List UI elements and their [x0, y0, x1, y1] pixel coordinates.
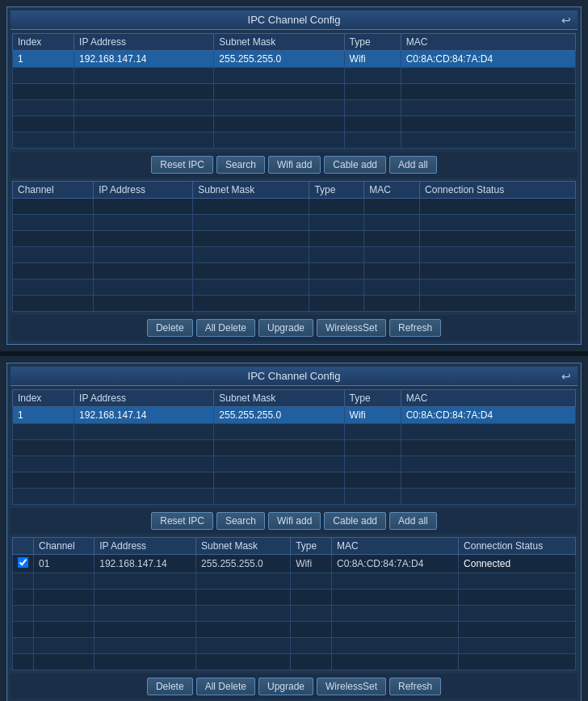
table-row[interactable]	[13, 456, 576, 472]
table-row	[13, 215, 576, 231]
wireless-set-button-1[interactable]: WirelessSet	[317, 319, 386, 337]
table-row[interactable]: 1 192.168.147.14 255.255.255.0 Wifi C0:8…	[13, 407, 576, 424]
cell-type	[309, 247, 364, 263]
cell-subnet	[214, 68, 344, 84]
wifi-add-button-2[interactable]: Wifi add	[268, 512, 321, 530]
cell-mac	[401, 440, 575, 456]
table-row	[13, 279, 576, 296]
cell-status	[420, 279, 576, 296]
table-row[interactable]	[13, 84, 576, 100]
cell-status	[459, 573, 576, 590]
table-row[interactable]: 1 192.168.147.14 255.255.255.0 Wifi C0:8…	[13, 51, 576, 68]
cell-ip	[94, 606, 196, 622]
reset-ipc-button-2[interactable]: Reset IPC	[151, 512, 213, 530]
panel-divider	[0, 351, 588, 356]
cell-subnet	[193, 199, 309, 215]
cell-type	[309, 199, 364, 215]
panel-1-col-subnet: Subnet Mask	[214, 34, 344, 51]
cell-ip	[94, 638, 196, 654]
table-row[interactable]: 01 192.168.147.14 255.255.255.0 Wifi C0:…	[13, 555, 576, 573]
table-row[interactable]	[13, 68, 576, 84]
cell-mac	[332, 590, 459, 606]
cell-type	[309, 263, 364, 279]
table-row	[13, 199, 576, 215]
cell-ip	[94, 296, 193, 312]
table-row[interactable]	[13, 472, 576, 489]
cell-ip	[94, 654, 196, 670]
refresh-button-2[interactable]: Refresh	[389, 678, 441, 695]
cell-type	[344, 456, 401, 472]
cell-ip	[94, 247, 193, 263]
panel-1-back-icon[interactable]: ↩	[561, 14, 571, 27]
all-delete-button-1[interactable]: All Delete	[196, 319, 255, 337]
cell-type: Wifi	[344, 407, 401, 424]
cell-ip	[74, 472, 214, 489]
search-button-2[interactable]: Search	[216, 512, 265, 530]
panel-1-title-text: IPC Channel Config	[248, 14, 341, 26]
table-row	[13, 296, 576, 312]
panel-2-bottom-buttons: Delete All Delete Upgrade WirelessSet Re…	[10, 674, 578, 699]
cell-type	[291, 606, 332, 622]
delete-button-2[interactable]: Delete	[147, 678, 193, 695]
search-button-1[interactable]: Search	[216, 156, 265, 174]
cell-status	[459, 622, 576, 638]
cell-subnet	[193, 296, 309, 312]
panel-2-col-ip: IP Address	[74, 390, 214, 407]
wireless-set-button-2[interactable]: WirelessSet	[317, 678, 386, 695]
delete-button-1[interactable]: Delete	[147, 319, 193, 337]
refresh-button-1[interactable]: Refresh	[389, 319, 441, 337]
cell-mac	[401, 424, 575, 440]
table-row	[13, 247, 576, 263]
cell-channel	[34, 606, 94, 622]
add-all-button-1[interactable]: Add all	[389, 156, 437, 174]
cell-mac	[401, 100, 575, 116]
panel-2-col-index: Index	[13, 390, 74, 407]
cell-subnet	[196, 654, 291, 670]
reset-ipc-button[interactable]: Reset IPC	[151, 156, 213, 174]
cable-add-button-1[interactable]: Cable add	[324, 156, 386, 174]
cell-mac	[401, 472, 575, 489]
cell-status	[459, 590, 576, 606]
wifi-add-button-1[interactable]: Wifi add	[268, 156, 321, 174]
cell-mac: C0:8A:CD:84:7A:D4	[401, 407, 575, 424]
table-row[interactable]	[13, 440, 576, 456]
cell-channel	[13, 247, 94, 263]
cell-mac	[401, 84, 575, 100]
cell-type	[291, 654, 332, 670]
cell-mac	[332, 573, 459, 590]
cell-ip	[74, 100, 214, 116]
cell-subnet	[214, 424, 344, 440]
cable-add-button-2[interactable]: Cable add	[324, 512, 386, 530]
table-row[interactable]	[13, 132, 576, 149]
cell-channel	[13, 199, 94, 215]
upgrade-button-1[interactable]: Upgrade	[258, 319, 313, 337]
panel-1-bot-col-mac: MAC	[364, 182, 420, 199]
panel-2-back-icon[interactable]: ↩	[561, 370, 571, 383]
cell-type	[344, 424, 401, 440]
cell-status	[420, 263, 576, 279]
cell-type	[291, 573, 332, 590]
panel-2-bot-col-subnet: Subnet Mask	[196, 538, 291, 555]
cell-type	[344, 489, 401, 505]
cell-subnet	[193, 279, 309, 296]
cell-checkbox[interactable]	[13, 555, 34, 573]
cell-type	[291, 590, 332, 606]
table-row[interactable]	[13, 116, 576, 132]
table-row[interactable]	[13, 489, 576, 505]
upgrade-button-2[interactable]: Upgrade	[258, 678, 313, 695]
cell-subnet	[196, 573, 291, 590]
all-delete-button-2[interactable]: All Delete	[196, 678, 255, 695]
cell-mac	[364, 231, 420, 247]
row-checkbox[interactable]	[18, 557, 28, 568]
panel-2-top-header-row: Index IP Address Subnet Mask Type MAC	[13, 390, 576, 407]
cell-ip	[94, 573, 196, 590]
cell-ip	[74, 84, 214, 100]
cell-type	[344, 100, 401, 116]
table-row[interactable]	[13, 100, 576, 116]
cell-ip	[74, 116, 214, 132]
table-row[interactable]	[13, 424, 576, 440]
cell-checkbox	[13, 590, 34, 606]
panel-2-bot-col-ip: IP Address	[94, 538, 196, 555]
table-row	[13, 606, 576, 622]
add-all-button-2[interactable]: Add all	[389, 512, 437, 530]
